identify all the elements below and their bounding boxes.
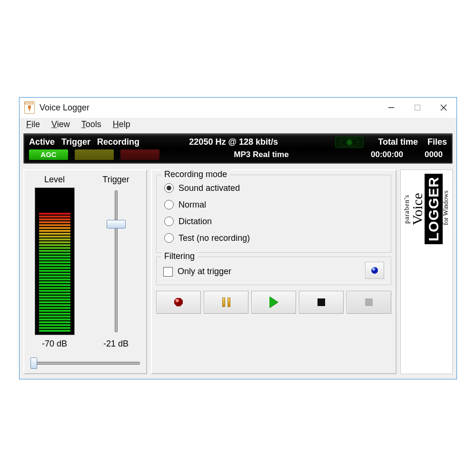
status-active-label: Active (29, 137, 55, 147)
window-title: Voice Logger (40, 103, 378, 113)
menubar: File View Tools Help (20, 119, 456, 132)
body: Level -70 dB Trigger -21 dB (20, 167, 456, 379)
radio-label: Sound activated (178, 183, 240, 193)
meters-panel: Level -70 dB Trigger -21 dB (23, 169, 147, 374)
maximize-button (404, 98, 430, 118)
led-icon (371, 267, 378, 274)
stop2-button[interactable] (347, 291, 391, 314)
stop-button[interactable] (299, 291, 344, 314)
menu-tools[interactable]: Tools (81, 119, 101, 129)
radio-icon (164, 217, 174, 226)
gain-slider[interactable] (29, 357, 142, 369)
status-files-label: Files (427, 137, 447, 147)
window: Voice Logger File View Tools Help Active… (19, 97, 457, 379)
recording-indicator (120, 149, 159, 160)
status-trigger-label: Trigger (61, 137, 90, 147)
radio-label: Normal (178, 200, 206, 210)
checkbox-icon (163, 267, 173, 277)
transport-controls (156, 291, 391, 314)
radio-icon (164, 200, 174, 209)
trigger-indicator (75, 149, 114, 160)
radio-icon (164, 233, 174, 243)
filtering-group: Filtering Only at trigger (156, 257, 391, 285)
brand-name-a: Voice (410, 175, 425, 243)
level-label: Level (29, 175, 80, 185)
filtering-legend: Filtering (161, 251, 198, 261)
window-controls (378, 98, 456, 118)
status-codec: MP3 Real time (159, 150, 363, 159)
trigger-value: -21 dB (90, 339, 142, 349)
menu-help[interactable]: Help (113, 119, 130, 129)
pause-button[interactable] (204, 291, 248, 314)
status-bar: Active Trigger Recording 22050 Hz @ 128 … (23, 133, 453, 164)
total-time-value: 00:00:00 (363, 150, 411, 159)
trigger-label: Trigger (90, 175, 142, 185)
brand-name-b: LOGGER (425, 174, 443, 244)
menu-view[interactable]: View (51, 119, 70, 129)
radio-test[interactable]: Test (no recording) (163, 230, 384, 247)
gain-slider-thumb[interactable] (30, 357, 37, 369)
recording-mode-group: Recording mode Sound activated Normal Di… (156, 175, 391, 253)
svg-rect-1 (415, 105, 420, 110)
play-button[interactable] (251, 291, 296, 314)
radio-icon (164, 183, 174, 193)
stop-icon (317, 298, 325, 306)
filter-settings-button[interactable] (365, 262, 384, 279)
app-icon (24, 101, 35, 114)
activity-led-icon (335, 137, 364, 148)
menu-file[interactable]: File (26, 119, 40, 129)
radio-label: Test (no recording) (178, 233, 250, 243)
trigger-slider-thumb[interactable] (107, 220, 126, 228)
settings-panel: Recording mode Sound activated Normal Di… (151, 169, 397, 374)
agc-indicator: AGC (29, 149, 68, 160)
level-meter (35, 188, 75, 335)
status-recording-label: Recording (97, 137, 139, 147)
status-format: 22050 Hz @ 128 kbit/s (146, 137, 321, 147)
trigger-slider[interactable] (107, 188, 126, 335)
pause-icon (222, 298, 230, 307)
stop-icon (365, 298, 373, 306)
record-button[interactable] (156, 291, 201, 314)
files-value: 0000 (420, 150, 447, 159)
brand-panel: paraben's Voice LOGGER for Windows (400, 169, 453, 374)
titlebar: Voice Logger (20, 98, 456, 119)
minimize-button[interactable] (378, 98, 404, 118)
radio-dictation[interactable]: Dictation (163, 213, 384, 230)
radio-label: Dictation (178, 217, 212, 227)
status-indicators: AGC (29, 149, 159, 160)
level-value: -70 dB (29, 339, 80, 349)
checkbox-only-at-trigger[interactable]: Only at trigger (163, 264, 231, 277)
status-total-time-label: Total time (378, 137, 418, 147)
record-icon (174, 298, 183, 307)
radio-sound-activated[interactable]: Sound activated (163, 180, 384, 197)
checkbox-label: Only at trigger (178, 267, 231, 277)
close-button[interactable] (430, 98, 456, 118)
brand-tag: for Windows (443, 174, 449, 242)
play-icon (269, 297, 278, 308)
radio-normal[interactable]: Normal (163, 197, 384, 213)
recording-mode-legend: Recording mode (161, 169, 230, 179)
